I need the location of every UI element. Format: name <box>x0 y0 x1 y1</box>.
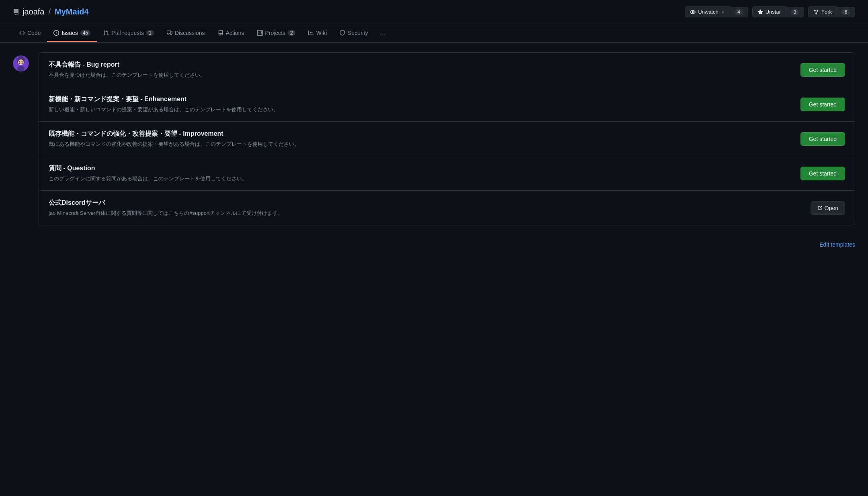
code-icon <box>19 30 25 36</box>
wiki-icon <box>308 30 314 36</box>
template-title: 既存機能・コマンドの強化・改善提案・要望 - Improvement <box>49 130 794 138</box>
template-desc: このプラグインに関する質問がある場合は、このテンプレートを使用してください。 <box>49 175 794 182</box>
templates-container: 不具合報告 - Bug report 不具合を見つけた場合は、このテンプレートを… <box>39 52 855 225</box>
discussions-icon <box>167 30 172 36</box>
template-item: 公式Discordサーバ jao Minecraft Server自体に関する質… <box>39 191 855 225</box>
get-started-button[interactable]: Get started <box>800 167 845 180</box>
unwatch-count-button[interactable]: 4 <box>730 7 748 17</box>
unstar-label: Unstar <box>766 9 781 15</box>
tab-security-label: Security <box>348 30 368 36</box>
unstar-button[interactable]: Unstar <box>752 6 786 17</box>
template-desc: 既にある機能やコマンドの強化や改善の提案・要望がある場合は、このテンプレートを使… <box>49 141 794 148</box>
template-info: 新機能・新コマンド提案・要望 - Enhancement 新しい機能・新しいコマ… <box>49 95 794 113</box>
issues-icon <box>53 30 59 36</box>
issues-badge: 45 <box>80 30 90 36</box>
template-info: 公式Discordサーバ jao Minecraft Server自体に関する質… <box>49 199 804 217</box>
tab-discussions[interactable]: Discussions <box>160 25 211 42</box>
fork-count: 6 <box>842 9 850 15</box>
projects-icon <box>257 30 263 36</box>
fork-count-button[interactable]: 6 <box>837 7 855 17</box>
get-started-button[interactable]: Get started <box>800 63 845 77</box>
unwatch-group: Unwatch 4 <box>685 6 748 17</box>
template-item: 新機能・新コマンド提案・要望 - Enhancement 新しい機能・新しいコマ… <box>39 87 855 122</box>
tab-actions-label: Actions <box>226 30 244 36</box>
tab-projects-label: Projects <box>265 30 286 36</box>
edit-templates-link[interactable]: Edit templates <box>819 241 855 248</box>
unstar-count: 3 <box>791 9 799 15</box>
template-item: 質問 - Question このプラグインに関する質問がある場合は、このテンプレ… <box>39 156 855 191</box>
open-button[interactable]: Open <box>811 201 845 215</box>
unwatch-button[interactable]: Unwatch <box>685 6 730 17</box>
get-started-button[interactable]: Get started <box>800 98 845 111</box>
template-title: 公式Discordサーバ <box>49 199 804 207</box>
template-desc: jao Minecraft Server自体に関する質問等に関してはこちらの#s… <box>49 210 804 217</box>
avatar <box>13 55 29 71</box>
main-content: 不具合報告 - Bug report 不具合を見つけた場合は、このテンプレートを… <box>0 43 868 235</box>
template-item: 既存機能・コマンドの強化・改善提案・要望 - Improvement 既にある機… <box>39 122 855 156</box>
tab-projects[interactable]: Projects 2 <box>251 25 302 42</box>
template-title: 質問 - Question <box>49 164 794 173</box>
tab-actions[interactable]: Actions <box>211 25 251 42</box>
tab-issues[interactable]: Issues 45 <box>47 25 97 42</box>
tab-issues-label: Issues <box>61 30 78 36</box>
nav-tabs: Code Issues 45 Pull requests 1 Discussio… <box>0 24 868 43</box>
external-link-icon <box>817 206 822 210</box>
svg-point-5 <box>19 61 20 63</box>
actions-icon <box>218 30 223 36</box>
repo-title: jaoafa / MyMaid4 <box>13 7 89 16</box>
tab-pull-requests[interactable]: Pull requests 1 <box>97 25 160 42</box>
get-started-button[interactable]: Get started <box>800 132 845 146</box>
header-actions: Unwatch 4 Unstar 3 <box>685 6 855 17</box>
template-desc: 新しい機能・新しいコマンドの提案・要望がある場合は、このテンプレートを使用してく… <box>49 106 794 113</box>
fork-button[interactable]: Fork <box>808 6 837 17</box>
top-header: jaoafa / MyMaid4 Unwatch 4 <box>0 0 868 24</box>
fork-group: Fork 6 <box>808 6 855 17</box>
tab-discussions-label: Discussions <box>175 30 205 36</box>
svg-point-6 <box>22 61 23 63</box>
repo-owner[interactable]: jaoafa <box>23 7 45 16</box>
template-title: 新機能・新コマンド提案・要望 - Enhancement <box>49 95 794 104</box>
template-item: 不具合報告 - Bug report 不具合を見つけた場合は、このテンプレートを… <box>39 53 855 87</box>
template-desc: 不具合を見つけた場合は、このテンプレートを使用してください。 <box>49 71 794 79</box>
unstar-count-button[interactable]: 3 <box>786 7 804 17</box>
pull-requests-icon <box>103 30 109 36</box>
template-info: 不具合報告 - Bug report 不具合を見つけた場合は、このテンプレートを… <box>49 61 794 79</box>
template-info: 質問 - Question このプラグインに関する質問がある場合は、このテンプレ… <box>49 164 794 182</box>
template-info: 既存機能・コマンドの強化・改善提案・要望 - Improvement 既にある機… <box>49 130 794 148</box>
template-title: 不具合報告 - Bug report <box>49 61 794 69</box>
repo-icon <box>13 8 19 16</box>
tab-security[interactable]: Security <box>333 25 375 42</box>
svg-rect-3 <box>18 56 24 59</box>
open-label: Open <box>825 205 838 211</box>
security-icon <box>340 30 345 36</box>
pr-badge: 1 <box>146 30 154 36</box>
unstar-group: Unstar 3 <box>752 6 804 17</box>
tab-wiki-label: Wiki <box>316 30 327 36</box>
footer-actions: Edit templates <box>0 235 868 254</box>
projects-badge: 2 <box>288 30 295 36</box>
repo-separator: / <box>49 7 51 16</box>
tab-code-label: Code <box>27 30 41 36</box>
unwatch-count: 4 <box>735 9 743 15</box>
tab-code[interactable]: Code <box>13 25 47 42</box>
tab-pr-label: Pull requests <box>111 30 144 36</box>
tab-more-button[interactable]: ... <box>376 24 389 42</box>
tab-wiki[interactable]: Wiki <box>302 25 333 42</box>
unwatch-chevron-icon <box>721 10 725 14</box>
unwatch-label: Unwatch <box>698 9 719 15</box>
repo-name[interactable]: MyMaid4 <box>55 7 88 16</box>
fork-label: Fork <box>821 9 832 15</box>
svg-point-7 <box>17 66 25 71</box>
